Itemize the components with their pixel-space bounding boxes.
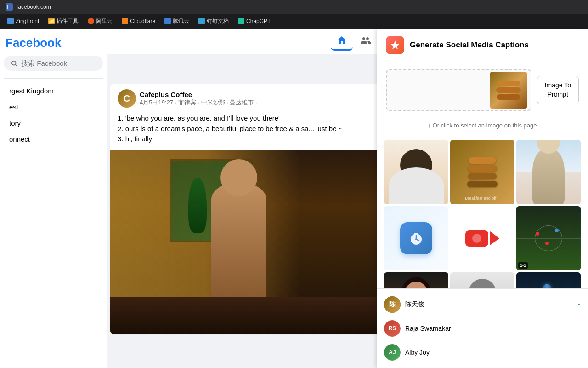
browser-url: facebook.com [17,4,51,10]
bookmark-zingfront-label: ZingFront [16,18,39,24]
search-icon [11,60,17,67]
bg-person-body [211,182,266,297]
nav-friends-btn[interactable] [355,32,377,51]
bg-person-head [220,159,257,196]
post-avatar: C [118,89,136,108]
user-name-alby: Alby Joy [405,349,430,356]
grid-image-camera-red[interactable] [450,206,514,270]
search-bar[interactable] [4,56,103,71]
svg-point-1 [12,61,16,65]
svg-text:f: f [7,5,8,10]
extensions-icon: 📁 [48,18,55,24]
svg-point-8 [415,238,417,240]
user-suggestion-alby: AJ Alby Joy [377,340,588,364]
user-suggestion-tianjun: 陈 陈天俊 [377,293,588,316]
cloudflare-icon [122,18,128,24]
bookmark-aliyun[interactable]: 阿里云 [84,16,116,27]
zingfront-icon [7,18,14,24]
plant-element [188,178,207,233]
bookmark-dingtalk[interactable]: 钉钉文档 [195,16,232,27]
grid-image-soccer[interactable]: 1-1 [516,206,581,270]
user-avatar-alby: AJ [384,344,401,361]
user-name-tianjun: 陈天俊 [405,300,424,309]
friends-icon [360,35,371,46]
bookmark-chapgpt-label: ChapGPT [246,18,271,24]
bookmark-dingtalk-label: 钉钉文档 [207,17,229,25]
sidebar-item-kingdom[interactable]: rgest Kingdom [4,83,103,98]
chapgpt-icon [238,18,244,24]
facebook-logo: Facebook [4,32,103,56]
image-to-prompt-button[interactable]: Image To Prompt [537,76,579,104]
bookmark-zingfront[interactable]: ZingFront [4,16,43,26]
sidebar-item-tory[interactable]: tory [4,115,103,131]
svg-line-2 [16,64,17,66]
user-avatar-swarnakar: RS [384,320,401,337]
bookmarks-bar: ZingFront 📁 插件工具 阿里云 Cloudflare 腾讯云 钉钉文档… [0,14,588,29]
left-sidebar: Facebook rgest Kingdom est tory onnect [0,29,107,368]
bookmark-aliyun-label: 阿里云 [96,17,113,25]
browser-chrome: f facebook.com [0,0,588,14]
online-indicator-tianjun [577,303,581,306]
grid-image-person-dark[interactable] [384,140,448,204]
sidebar-item-tory-label: tory [9,119,21,127]
bookmark-chapgpt[interactable]: ChapGPT [234,16,274,26]
bookmark-extensions[interactable]: 📁 插件工具 [45,16,82,27]
bookmark-extensions-label: 插件工具 [57,17,79,25]
sidebar-item-connect-label: onnect [9,135,30,143]
search-input[interactable] [21,59,96,67]
bookmark-tencent[interactable]: 腾讯云 [161,16,193,27]
timer-app-icon [407,229,425,247]
uploaded-preview-image [490,72,527,109]
ai-sparkle-icon [390,40,401,51]
sidebar-divider-1 [4,78,103,79]
bookmark-cloudflare-label: Cloudflare [130,18,155,24]
aliyun-icon [88,18,94,24]
dingtalk-icon [198,18,205,24]
image-to-prompt-line1: Image To [545,81,571,89]
tencent-icon [164,18,171,24]
sidebar-item-test-label: est [9,103,18,111]
sidebar-item-connect[interactable]: onnect [4,132,103,147]
user-name-swarnakar: Raja Swarnakar [405,325,451,332]
bookmark-tencent-label: 腾讯云 [173,17,189,25]
grid-image-food[interactable]: Breakfast and off... [450,140,514,204]
image-to-prompt-line2: Prompt [548,91,568,98]
user-suggestion-swarnakar: RS Raja Swarnakar [377,316,588,340]
suggested-users-section: 陈 陈天俊 RS Raja Swarnakar AJ Alby Joy [377,288,588,368]
browser-favicon: f [6,3,13,11]
sidebar-item-kingdom-label: rgest Kingdom [9,87,54,95]
click-hint: ↓ Or click to select an image on this pa… [386,118,579,132]
panel-title: Generate Social Media Captions [410,40,529,50]
svg-rect-9 [414,233,418,234]
grid-image-person-outdoor[interactable] [516,140,581,204]
nav-home-btn[interactable] [331,32,353,51]
right-panel: Generate Social Media Captions [377,29,588,368]
sidebar-nav-items: rgest Kingdom est tory onnect [4,75,103,147]
home-icon [336,35,347,46]
panel-header: Generate Social Media Captions [377,29,588,62]
upload-dropzone[interactable] [386,69,531,111]
grid-image-app-blue[interactable] [384,206,448,270]
sidebar-item-test[interactable]: est [4,99,103,115]
panel-icon [386,36,404,54]
user-avatar-tianjun: 陈 [384,296,401,313]
bookmark-cloudflare[interactable]: Cloudflare [118,16,159,26]
main-layout: Facebook rgest Kingdom est tory onnect [0,29,588,368]
upload-area[interactable]: Image To Prompt [386,69,579,111]
